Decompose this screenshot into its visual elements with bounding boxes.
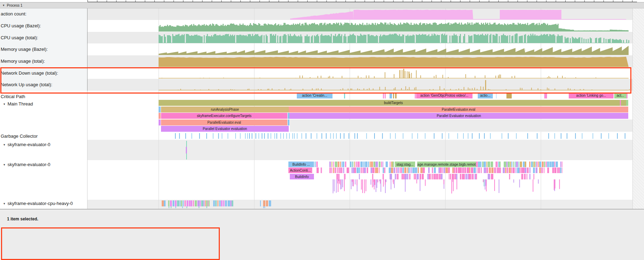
track-canvas[interactable]: action 'Creatin...action 'GenObjcProtos … (0, 0, 644, 209)
counter-chart[interactable] (88, 67, 632, 79)
counter-chart[interactable] (88, 32, 632, 43)
critical-path-span[interactable]: actio... (478, 93, 493, 98)
track-label-network-down[interactable]: Network Down usage (total): (1, 70, 58, 76)
track-label-memory-bazel[interactable]: Memory usage (Bazel): (1, 47, 48, 52)
trace-span[interactable] (186, 147, 187, 153)
track-label-cpu-total[interactable]: CPU usage (total): (1, 35, 38, 40)
track-row-bg (88, 91, 644, 100)
critical-path-span[interactable] (390, 93, 392, 98)
main-thread-span[interactable] (159, 113, 161, 119)
main-thread-span[interactable] (620, 100, 621, 106)
busy-track-span[interactable]: BuildInfo ... (288, 162, 314, 167)
counter-chart[interactable] (88, 55, 632, 67)
main-thread-span[interactable] (288, 119, 289, 125)
selection-status: 1 item selected. (7, 217, 38, 221)
critical-path-span[interactable]: action 'Creatin... (297, 93, 332, 98)
main-thread-span[interactable]: Parallel Evaluator evaluation (289, 113, 628, 119)
critical-path-span[interactable] (393, 93, 394, 98)
track-label-main-thread[interactable]: ▾Main Thread (4, 101, 33, 107)
track-label-skyframe-evaluator-0b[interactable]: ▾skyframe-evaluator-0 (4, 162, 50, 167)
track-label-critical-path[interactable]: Critical Path (1, 94, 25, 99)
trace-span[interactable] (484, 179, 484, 186)
critical-path-span[interactable] (544, 93, 547, 98)
track-label-action-count[interactable]: action count: (1, 11, 27, 16)
gc-tick-track[interactable] (88, 133, 632, 139)
thread-sidebar (0, 91, 88, 209)
main-thread-span[interactable]: skyframeExecutor.configureTargets (161, 113, 287, 119)
main-thread-span[interactable]: ParallelEvaluator.eval (161, 119, 287, 125)
main-thread-span[interactable]: buildTargets (159, 100, 628, 106)
counter-chart[interactable] (88, 8, 632, 20)
busy-track-span[interactable]: stag;stag... (395, 162, 415, 167)
busy-track-span[interactable]: stage.manage.remote.stage.bigb.remot... (417, 162, 476, 167)
cpu-heavy-track-spans[interactable] (88, 200, 632, 209)
critical-path-span[interactable] (626, 93, 628, 98)
counter-chart[interactable] (88, 20, 632, 32)
critical-path-span[interactable] (344, 93, 345, 98)
busy-track-span[interactable]: BuildInfo (290, 174, 314, 179)
main-thread-span[interactable] (159, 119, 161, 125)
collapse-arrow-icon[interactable]: ▾ (4, 102, 5, 106)
collapse-arrow-icon[interactable]: ▾ (4, 202, 5, 205)
critical-path-span[interactable] (496, 93, 497, 98)
critical-path-span[interactable] (383, 93, 384, 98)
main-thread-span[interactable] (626, 100, 628, 106)
critical-path-span[interactable]: action 'GenObjcProtos video/... (416, 93, 472, 98)
track-label-skyframe-cpu-heavy[interactable]: ▾skyframe-evaluator-cpu-heavy-0 (4, 201, 73, 206)
track-label-cpu-bazel[interactable]: CPU usage (Bazel): (1, 23, 41, 28)
main-thread-span[interactable]: runAnalysisPhase (161, 107, 289, 112)
main-thread-empty-area (290, 119, 632, 132)
critical-path-span[interactable] (506, 93, 512, 98)
main-thread-span[interactable] (159, 107, 161, 112)
track-label-network-up[interactable]: Network Up usage (total): (1, 82, 52, 87)
counter-chart[interactable] (88, 43, 632, 55)
main-thread-span[interactable]: Parallel Evaluator evaluation (161, 126, 289, 132)
trace-viewer-app: ▾Process 1 action 'Creatin...action 'Gen… (0, 0, 644, 260)
critical-path-span[interactable]: act... (614, 93, 626, 98)
track-row-bg (88, 140, 644, 160)
critical-path-span[interactable]: action 'Linking go... (569, 93, 614, 98)
track-label-memory-total[interactable]: Memory usage (total): (1, 59, 45, 64)
critical-path-span[interactable] (395, 93, 397, 98)
collapse-arrow-icon[interactable]: ▾ (4, 143, 5, 146)
track-label-garbage-collector[interactable]: Garbage Collector (1, 134, 38, 139)
critical-path-span[interactable] (385, 93, 386, 98)
collapse-arrow-icon[interactable]: ▾ (4, 163, 5, 166)
out-of-range-area (632, 8, 644, 209)
details-panel: 1 item selected. Counter Sample (1) Coun… (0, 211, 644, 260)
main-thread-span[interactable]: ParallelEvaluator.eval (289, 107, 628, 112)
track-label-skyframe-evaluator-0[interactable]: ▾skyframe-evaluator-0 (4, 142, 50, 147)
counter-chart[interactable] (88, 79, 632, 91)
critical-path-span[interactable] (415, 93, 416, 98)
busy-track-spans[interactable] (88, 160, 632, 200)
busy-track-span[interactable]: ActionConti... (288, 167, 312, 173)
